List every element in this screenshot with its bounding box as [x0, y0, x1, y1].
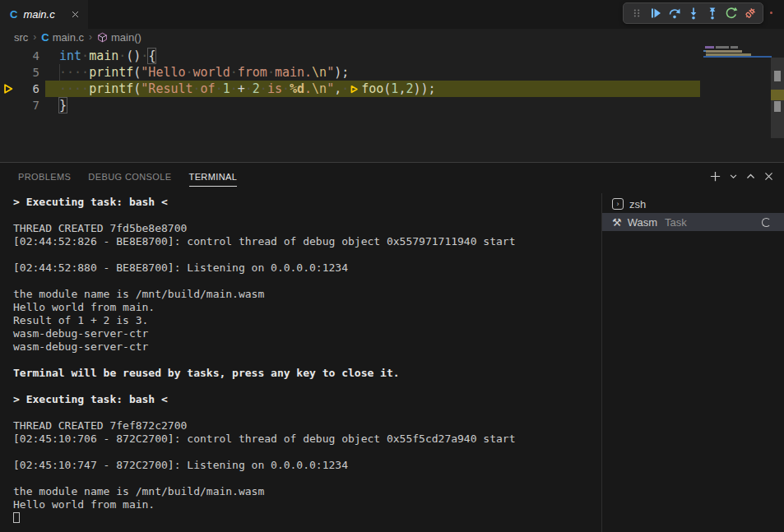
- c-file-icon: C: [41, 31, 49, 44]
- terminal-line: THREAD CREATED 7fd5be8e8700: [13, 222, 592, 235]
- gripper-button[interactable]: [627, 4, 646, 22]
- breadcrumb-separator: ›: [32, 31, 37, 43]
- overview-ruler-mark: [771, 90, 784, 100]
- terminal-line: the module name is /mnt/build/main.wasm: [13, 288, 592, 301]
- overview-ruler-mark: [774, 71, 781, 81]
- code-line-5: 5····printf("Hello·world·from·main.\n");: [0, 64, 784, 81]
- code-line-7: 7}: [0, 97, 784, 113]
- terminal-line: [13, 511, 592, 525]
- task-spinner-icon: [762, 218, 771, 227]
- panel-divider: [601, 193, 602, 532]
- new-terminal-button[interactable]: [709, 170, 721, 183]
- breadcrumb-item-mainc[interactable]: Cmain.c: [41, 31, 84, 44]
- terminal-line: [02:45:10:747 - 872C2700]: Listening on …: [13, 459, 592, 472]
- terminal-line: [13, 380, 592, 393]
- terminal-line: the module name is /mnt/build/main.wasm: [13, 485, 592, 498]
- minimap-mark: [703, 56, 772, 58]
- step-over-button[interactable]: [665, 4, 684, 22]
- terminal-line: > Executing task: bash <: [13, 196, 592, 209]
- terminal-line: [13, 446, 592, 459]
- panel-actions: [709, 170, 774, 183]
- terminal-line: wasm-debug-server-ctr: [13, 327, 592, 340]
- terminal-list-item-wasm[interactable]: ⚒WasmTask: [602, 213, 784, 231]
- symbol-cube-icon: [97, 32, 108, 43]
- code-text: }: [39, 97, 67, 113]
- line-number: 4: [0, 48, 39, 64]
- code-text: int·main·()·{: [39, 48, 155, 64]
- disconnect-button[interactable]: [740, 4, 759, 22]
- step-into-button[interactable]: [684, 4, 703, 22]
- editor-scrollbar[interactable]: [771, 45, 784, 162]
- terminal-line: [13, 275, 592, 288]
- breadcrumb: src›Cmain.c›main(): [0, 29, 784, 45]
- terminal-list-item-zsh[interactable]: ›zsh: [602, 195, 784, 213]
- terminal-line: [13, 406, 592, 419]
- breadcrumb-label: src: [14, 31, 28, 44]
- terminal-line: [13, 248, 592, 261]
- debug-current-line-arrow-icon: [2, 83, 14, 95]
- terminal-label: zsh: [629, 198, 646, 210]
- terminal-line: Result of 1 + 2 is 3.: [13, 314, 592, 327]
- breadcrumb-label: main(): [111, 31, 141, 44]
- minimap[interactable]: [703, 45, 771, 162]
- terminal-line: wasm-debug-server-ctr: [13, 340, 592, 354]
- restart-button[interactable]: [721, 4, 740, 22]
- terminal-line: [13, 354, 592, 367]
- vscode-window: C main.c src›Cmain.c›main() 4int·main·()…: [0, 0, 784, 532]
- panel-tabs: PROBLEMSDEBUG CONSOLETERMINAL: [0, 163, 784, 187]
- terminal-line: Hello world from main.: [13, 498, 592, 511]
- terminal-dropdown-button[interactable]: [729, 172, 738, 181]
- overview-ruler-mark: [774, 101, 781, 112]
- tools-icon: ⚒: [612, 216, 622, 229]
- minimap-mark: [705, 46, 714, 49]
- minimap-mark: [716, 46, 729, 49]
- code-text: ····printf("Hello·world·from·main.\n");: [39, 64, 349, 81]
- code-line-6: 6····printf("Result·of·1·+·2·is·%d.\n",·…: [0, 81, 784, 97]
- terminal-label: Wasm: [628, 216, 657, 229]
- minimap-mark: [731, 46, 738, 49]
- c-file-icon: C: [10, 8, 17, 21]
- notification-dot: [770, 12, 772, 14]
- breadcrumb-label: main.c: [53, 31, 84, 44]
- line-number: 7: [0, 97, 39, 113]
- terminal-line: Hello world from main.: [13, 301, 592, 314]
- terminal-line: [02:44:52:826 - BE8E8700]: control threa…: [13, 235, 592, 248]
- terminal-list: ›zsh⚒WasmTask: [602, 195, 784, 231]
- code-line-4: 4int·main·()·{: [0, 48, 784, 64]
- tab-close-icon[interactable]: [71, 10, 80, 19]
- bottom-panel: PROBLEMSDEBUG CONSOLETERMINAL > Executin…: [0, 162, 784, 532]
- breadcrumb-item-src[interactable]: src: [14, 31, 28, 44]
- terminal-line: > Executing task: bash <: [13, 393, 592, 406]
- continue-button[interactable]: [646, 4, 665, 22]
- inline-breakpoint-icon: [349, 81, 361, 96]
- breadcrumb-separator: ›: [88, 31, 93, 43]
- terminal-line: [02:45:10:706 - 872C2700]: control threa…: [13, 433, 592, 446]
- close-panel-button[interactable]: [763, 171, 774, 182]
- tab-label: main.c: [23, 8, 54, 21]
- terminal-line: Terminal will be reused by tasks, press …: [13, 367, 592, 380]
- terminal-desc: Task: [665, 216, 687, 229]
- line-number: 5: [0, 64, 39, 81]
- code-editor[interactable]: 4int·main·()·{5····printf("Hello·world·f…: [0, 45, 784, 162]
- maximize-panel-button[interactable]: [745, 171, 756, 182]
- terminal-line: THREAD CREATED 7fef872c2700: [13, 419, 592, 433]
- panel-tab-debug-console[interactable]: DEBUG CONSOLE: [88, 172, 171, 187]
- terminal-icon: ›: [612, 198, 624, 210]
- step-out-button[interactable]: [703, 4, 721, 22]
- breadcrumb-item-main[interactable]: main(): [97, 31, 141, 44]
- minimap-mark: [706, 50, 742, 53]
- terminal-line: [13, 209, 592, 222]
- terminal-line: [02:44:52:880 - BE8E8700]: Listening on …: [13, 261, 592, 275]
- panel-tab-problems[interactable]: PROBLEMS: [18, 172, 71, 187]
- panel-tab-terminal[interactable]: TERMINAL: [189, 172, 238, 187]
- code-lines: 4int·main·()·{5····printf("Hello·world·f…: [0, 45, 784, 113]
- tab-main-c[interactable]: C main.c: [0, 0, 88, 29]
- terminal-output[interactable]: > Executing task: bash < THREAD CREATED …: [0, 196, 592, 525]
- terminal-line: [13, 472, 592, 485]
- panel-header: PROBLEMSDEBUG CONSOLETERMINAL: [0, 163, 784, 193]
- terminal-cursor: [13, 512, 20, 523]
- debug-toolbar: [623, 2, 763, 24]
- code-text: ····printf("Result·of·1·+·2·is·%d.\n",·f…: [39, 81, 436, 97]
